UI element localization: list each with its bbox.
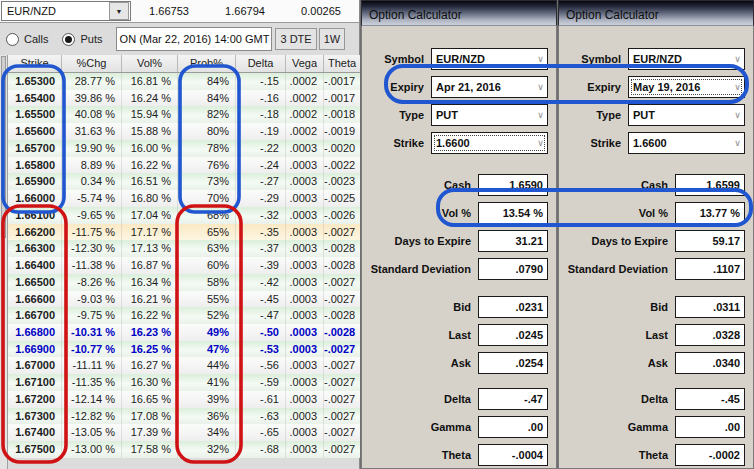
column-header-vol[interactable]: Vol%	[122, 55, 178, 72]
table-row[interactable]: 1.6540039.86 %16.24 %84%-.16.0002-.0017	[8, 90, 360, 107]
panel-body: SymbolEUR/NZD∨ExpiryApr 21, 2016∨TypePUT…	[361, 26, 557, 469]
panel-title-bar[interactable]: Option Calculator	[361, 0, 557, 26]
type-select[interactable]: PUT∨	[431, 104, 548, 126]
column-header-strike[interactable]: Strike	[8, 55, 62, 72]
strike-cell: 1.66200	[8, 224, 62, 241]
delta-cell: -.35	[236, 224, 286, 241]
table-row[interactable]: 1.66900-10.77 %16.25 %47%-.53.0003-.0027	[8, 341, 360, 358]
standard-deviation-output: .0790	[478, 258, 548, 280]
table-row[interactable]: 1.66800-10.31 %16.23 %49%-.50.0003-.0028	[8, 324, 360, 341]
prob-cell: 32%	[178, 441, 236, 458]
table-header-row: Strike%ChgVol%Prob%DeltaVegaTheta	[8, 55, 360, 73]
calls-radio[interactable]: Calls	[6, 33, 48, 46]
cash-output: 1.6590	[478, 174, 548, 196]
strike-select[interactable]: 1.6600∨	[431, 132, 548, 154]
table-row[interactable]: 1.66000-5.74 %16.80 %70%-.29.0003-.0025	[8, 190, 360, 207]
column-header-prob[interactable]: Prob%	[178, 55, 236, 72]
prob-cell: 65%	[178, 224, 236, 241]
table-row[interactable]: 1.659000.34 %16.51 %73%-.27.0003-.0023	[8, 173, 360, 190]
type-label: Type	[596, 109, 621, 121]
table-row[interactable]: 1.67000-11.11 %16.27 %44%-.56.0003-.0027	[8, 357, 360, 374]
last-row: Last.0245	[362, 324, 548, 346]
chevron-down-icon[interactable]: ∨	[731, 110, 744, 120]
expiry-label: Expiry	[390, 81, 424, 93]
panel-title-bar[interactable]: Option Calculator	[558, 0, 754, 26]
symbol-select[interactable]: EUR/NZD∨	[431, 48, 548, 70]
theta-cell: -.0020	[324, 140, 360, 157]
column-header-delta[interactable]: Delta	[236, 55, 286, 72]
expiry-select[interactable]: Apr 21, 2016∨	[431, 76, 548, 98]
vol-cell: 17.08 %	[122, 408, 178, 425]
vol-cell: 16.51 %	[122, 173, 178, 190]
vertical-scrollbar[interactable]	[0, 55, 8, 469]
vol-cell: 16.80 %	[122, 190, 178, 207]
standard-deviation-row: Standard Deviation.0790	[362, 258, 548, 280]
table-row[interactable]: 1.66300-12.30 %17.13 %63%-.37.0003-.0028	[8, 240, 360, 257]
prob-cell: 36%	[178, 408, 236, 425]
ask-output: .0254	[478, 352, 548, 374]
chevron-down-icon[interactable]: ▼	[109, 2, 129, 20]
vega-cell: .0003	[286, 257, 324, 274]
table-row[interactable]: 1.67500-13.00 %17.58 %32%-.68.0003-.0027	[8, 441, 360, 458]
delta-cell: -.61	[236, 391, 286, 408]
chevron-down-icon[interactable]: ∨	[534, 110, 547, 120]
table-row[interactable]: 1.67400-13.05 %17.39 %34%-.65.0003-.0027	[8, 424, 360, 441]
strike-cell: 1.65600	[8, 123, 62, 140]
puts-radio[interactable]: Puts	[62, 33, 102, 46]
chg-cell: -12.14 %	[62, 391, 122, 408]
vega-cell: .0003	[286, 408, 324, 425]
column-header-vega[interactable]: Vega	[286, 55, 324, 72]
table-row[interactable]: 1.67300-12.82 %17.08 %36%-.63.0003-.0027	[8, 408, 360, 425]
type-select[interactable]: PUT∨	[628, 104, 745, 126]
table-row[interactable]: 1.67200-12.14 %16.65 %39%-.61.0003-.0027	[8, 391, 360, 408]
vol-cell: 15.88 %	[122, 123, 178, 140]
chevron-down-icon[interactable]: ∨	[534, 138, 547, 148]
strike-value: 1.6600	[436, 137, 470, 149]
one-week-button[interactable]: 1W	[319, 28, 346, 50]
strike-select[interactable]: 1.6600∨	[628, 132, 745, 154]
vol-cell: 16.22 %	[122, 307, 178, 324]
chevron-down-icon[interactable]: ∨	[731, 54, 744, 64]
standard-deviation-output: .1107	[675, 258, 745, 280]
chevron-down-icon[interactable]: ∨	[534, 82, 547, 92]
table-row[interactable]: 1.6550040.08 %15.94 %82%-.18.0002-.0018	[8, 106, 360, 123]
chevron-down-icon[interactable]: ∨	[731, 82, 744, 92]
chevron-down-icon[interactable]: ∨	[534, 54, 547, 64]
delta-cell: -.15	[236, 73, 286, 90]
symbol-value: EUR/NZD	[436, 53, 485, 65]
table-row[interactable]: 1.66600-9.03 %16.21 %55%-.45.0003-.0027	[8, 291, 360, 308]
type-value: PUT	[633, 109, 655, 121]
symbol-select[interactable]: EUR/NZD∨	[628, 48, 745, 70]
table-row[interactable]: 1.658008.89 %16.22 %76%-.24.0003-.0022	[8, 157, 360, 174]
table-row[interactable]: 1.6560031.63 %15.88 %80%-.19.0002-.0019	[8, 123, 360, 140]
column-header-chg[interactable]: %Chg	[62, 55, 122, 72]
table-row[interactable]: 1.66200-11.75 %17.17 %65%-.35.0003-.0027	[8, 224, 360, 241]
theta-cell: -.0028	[324, 307, 360, 324]
table-row[interactable]: 1.6530028.77 %16.81 %84%-.15.0002-.0017	[8, 73, 360, 90]
strike-label: Strike	[393, 137, 424, 149]
table-row[interactable]: 1.66400-11.38 %16.87 %60%-.39.0003-.0028	[8, 257, 360, 274]
vega-cell: .0003	[286, 224, 324, 241]
table-row[interactable]: 1.67100-11.35 %16.30 %41%-.59.0003-.0027	[8, 374, 360, 391]
table-row[interactable]: 1.66700-9.75 %16.22 %52%-.47.0003-.0028	[8, 307, 360, 324]
chg-cell: -13.00 %	[62, 441, 122, 458]
delta-label: Delta	[444, 393, 471, 405]
spacer	[559, 380, 753, 388]
table-row[interactable]: 1.66100-9.65 %17.04 %68%-.32.0003-.0026	[8, 207, 360, 224]
scrollbar-thumb[interactable]	[1, 56, 6, 238]
symbol-value: EUR/NZD	[7, 5, 56, 17]
table-row[interactable]: 1.66500-8.26 %16.34 %58%-.42.0003-.0027	[8, 274, 360, 291]
column-header-theta[interactable]: Theta	[324, 55, 360, 72]
strike-cell: 1.65300	[8, 73, 62, 90]
chevron-down-icon[interactable]: ∨	[731, 138, 744, 148]
theta-output: -.0004	[478, 444, 548, 466]
dte-button[interactable]: 3 DTE	[275, 28, 316, 50]
delta-row: Delta-.47	[362, 388, 548, 410]
bid-output: .0231	[478, 296, 548, 318]
ask-row: Ask.0254	[362, 352, 548, 374]
expiry-select[interactable]: May 19, 2016∨	[628, 76, 745, 98]
delta-cell: -.18	[236, 106, 286, 123]
table-row[interactable]: 1.6570019.90 %16.00 %78%-.22.0003-.0020	[8, 140, 360, 157]
expiry-date-field[interactable]: ON (Mar 22, 2016) 14:00 GMT	[116, 27, 272, 51]
symbol-combobox[interactable]: EUR/NZD ▼	[1, 1, 131, 21]
